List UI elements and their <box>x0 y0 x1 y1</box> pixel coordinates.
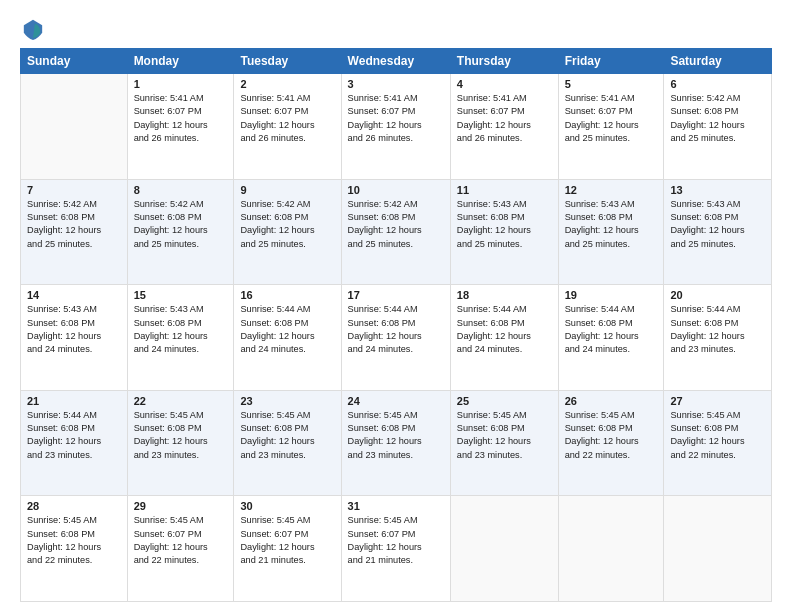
week-row-5: 28Sunrise: 5:45 AM Sunset: 6:08 PM Dayli… <box>21 496 772 602</box>
day-number: 30 <box>240 500 334 512</box>
calendar-cell <box>21 74 128 180</box>
day-info: Sunrise: 5:44 AM Sunset: 6:08 PM Dayligh… <box>240 303 334 356</box>
day-number: 23 <box>240 395 334 407</box>
day-number: 17 <box>348 289 444 301</box>
day-info: Sunrise: 5:45 AM Sunset: 6:08 PM Dayligh… <box>565 409 658 462</box>
calendar-cell: 1Sunrise: 5:41 AM Sunset: 6:07 PM Daylig… <box>127 74 234 180</box>
day-number: 1 <box>134 78 228 90</box>
day-number: 27 <box>670 395 765 407</box>
calendar-cell: 26Sunrise: 5:45 AM Sunset: 6:08 PM Dayli… <box>558 390 664 496</box>
day-info: Sunrise: 5:43 AM Sunset: 6:08 PM Dayligh… <box>457 198 552 251</box>
calendar-cell: 25Sunrise: 5:45 AM Sunset: 6:08 PM Dayli… <box>450 390 558 496</box>
calendar-cell: 23Sunrise: 5:45 AM Sunset: 6:08 PM Dayli… <box>234 390 341 496</box>
day-info: Sunrise: 5:45 AM Sunset: 6:08 PM Dayligh… <box>457 409 552 462</box>
calendar-cell <box>450 496 558 602</box>
calendar-cell: 19Sunrise: 5:44 AM Sunset: 6:08 PM Dayli… <box>558 285 664 391</box>
day-number: 24 <box>348 395 444 407</box>
day-info: Sunrise: 5:41 AM Sunset: 6:07 PM Dayligh… <box>348 92 444 145</box>
calendar-cell: 28Sunrise: 5:45 AM Sunset: 6:08 PM Dayli… <box>21 496 128 602</box>
calendar-cell: 17Sunrise: 5:44 AM Sunset: 6:08 PM Dayli… <box>341 285 450 391</box>
calendar-cell: 6Sunrise: 5:42 AM Sunset: 6:08 PM Daylig… <box>664 74 772 180</box>
calendar-cell: 22Sunrise: 5:45 AM Sunset: 6:08 PM Dayli… <box>127 390 234 496</box>
calendar-cell: 5Sunrise: 5:41 AM Sunset: 6:07 PM Daylig… <box>558 74 664 180</box>
day-info: Sunrise: 5:43 AM Sunset: 6:08 PM Dayligh… <box>565 198 658 251</box>
week-row-4: 21Sunrise: 5:44 AM Sunset: 6:08 PM Dayli… <box>21 390 772 496</box>
calendar-cell: 8Sunrise: 5:42 AM Sunset: 6:08 PM Daylig… <box>127 179 234 285</box>
day-number: 12 <box>565 184 658 196</box>
header <box>20 18 772 40</box>
day-info: Sunrise: 5:42 AM Sunset: 6:08 PM Dayligh… <box>348 198 444 251</box>
day-number: 8 <box>134 184 228 196</box>
calendar-cell: 2Sunrise: 5:41 AM Sunset: 6:07 PM Daylig… <box>234 74 341 180</box>
calendar-cell <box>558 496 664 602</box>
day-number: 18 <box>457 289 552 301</box>
day-number: 11 <box>457 184 552 196</box>
logo-icon <box>22 18 44 40</box>
day-number: 2 <box>240 78 334 90</box>
calendar-cell: 12Sunrise: 5:43 AM Sunset: 6:08 PM Dayli… <box>558 179 664 285</box>
calendar-cell: 16Sunrise: 5:44 AM Sunset: 6:08 PM Dayli… <box>234 285 341 391</box>
day-info: Sunrise: 5:44 AM Sunset: 6:08 PM Dayligh… <box>670 303 765 356</box>
day-info: Sunrise: 5:43 AM Sunset: 6:08 PM Dayligh… <box>134 303 228 356</box>
weekday-header-tuesday: Tuesday <box>234 49 341 74</box>
day-number: 14 <box>27 289 121 301</box>
weekday-header-saturday: Saturday <box>664 49 772 74</box>
calendar-cell: 14Sunrise: 5:43 AM Sunset: 6:08 PM Dayli… <box>21 285 128 391</box>
day-number: 26 <box>565 395 658 407</box>
calendar-cell: 24Sunrise: 5:45 AM Sunset: 6:08 PM Dayli… <box>341 390 450 496</box>
day-info: Sunrise: 5:44 AM Sunset: 6:08 PM Dayligh… <box>348 303 444 356</box>
weekday-header-wednesday: Wednesday <box>341 49 450 74</box>
day-info: Sunrise: 5:45 AM Sunset: 6:07 PM Dayligh… <box>240 514 334 567</box>
day-info: Sunrise: 5:43 AM Sunset: 6:08 PM Dayligh… <box>27 303 121 356</box>
day-info: Sunrise: 5:45 AM Sunset: 6:08 PM Dayligh… <box>348 409 444 462</box>
calendar-cell: 9Sunrise: 5:42 AM Sunset: 6:08 PM Daylig… <box>234 179 341 285</box>
calendar-page: SundayMondayTuesdayWednesdayThursdayFrid… <box>0 0 792 612</box>
calendar-cell: 15Sunrise: 5:43 AM Sunset: 6:08 PM Dayli… <box>127 285 234 391</box>
day-info: Sunrise: 5:41 AM Sunset: 6:07 PM Dayligh… <box>134 92 228 145</box>
calendar-cell: 4Sunrise: 5:41 AM Sunset: 6:07 PM Daylig… <box>450 74 558 180</box>
logo <box>20 18 44 40</box>
day-info: Sunrise: 5:41 AM Sunset: 6:07 PM Dayligh… <box>565 92 658 145</box>
calendar-cell: 21Sunrise: 5:44 AM Sunset: 6:08 PM Dayli… <box>21 390 128 496</box>
calendar-cell: 13Sunrise: 5:43 AM Sunset: 6:08 PM Dayli… <box>664 179 772 285</box>
day-info: Sunrise: 5:42 AM Sunset: 6:08 PM Dayligh… <box>670 92 765 145</box>
day-info: Sunrise: 5:44 AM Sunset: 6:08 PM Dayligh… <box>565 303 658 356</box>
day-info: Sunrise: 5:41 AM Sunset: 6:07 PM Dayligh… <box>457 92 552 145</box>
day-number: 21 <box>27 395 121 407</box>
day-number: 13 <box>670 184 765 196</box>
calendar-table: SundayMondayTuesdayWednesdayThursdayFrid… <box>20 48 772 602</box>
calendar-cell: 27Sunrise: 5:45 AM Sunset: 6:08 PM Dayli… <box>664 390 772 496</box>
day-number: 7 <box>27 184 121 196</box>
calendar-cell: 11Sunrise: 5:43 AM Sunset: 6:08 PM Dayli… <box>450 179 558 285</box>
day-info: Sunrise: 5:44 AM Sunset: 6:08 PM Dayligh… <box>27 409 121 462</box>
day-info: Sunrise: 5:42 AM Sunset: 6:08 PM Dayligh… <box>240 198 334 251</box>
day-number: 20 <box>670 289 765 301</box>
day-info: Sunrise: 5:41 AM Sunset: 6:07 PM Dayligh… <box>240 92 334 145</box>
week-row-2: 7Sunrise: 5:42 AM Sunset: 6:08 PM Daylig… <box>21 179 772 285</box>
weekday-header-friday: Friday <box>558 49 664 74</box>
day-info: Sunrise: 5:45 AM Sunset: 6:08 PM Dayligh… <box>240 409 334 462</box>
day-number: 16 <box>240 289 334 301</box>
calendar-cell: 10Sunrise: 5:42 AM Sunset: 6:08 PM Dayli… <box>341 179 450 285</box>
calendar-cell: 31Sunrise: 5:45 AM Sunset: 6:07 PM Dayli… <box>341 496 450 602</box>
calendar-cell: 20Sunrise: 5:44 AM Sunset: 6:08 PM Dayli… <box>664 285 772 391</box>
day-info: Sunrise: 5:45 AM Sunset: 6:08 PM Dayligh… <box>134 409 228 462</box>
calendar-cell <box>664 496 772 602</box>
day-number: 25 <box>457 395 552 407</box>
week-row-1: 1Sunrise: 5:41 AM Sunset: 6:07 PM Daylig… <box>21 74 772 180</box>
calendar-cell: 18Sunrise: 5:44 AM Sunset: 6:08 PM Dayli… <box>450 285 558 391</box>
day-number: 3 <box>348 78 444 90</box>
calendar-cell: 29Sunrise: 5:45 AM Sunset: 6:07 PM Dayli… <box>127 496 234 602</box>
day-info: Sunrise: 5:42 AM Sunset: 6:08 PM Dayligh… <box>27 198 121 251</box>
weekday-header-row: SundayMondayTuesdayWednesdayThursdayFrid… <box>21 49 772 74</box>
day-number: 4 <box>457 78 552 90</box>
day-number: 28 <box>27 500 121 512</box>
day-info: Sunrise: 5:45 AM Sunset: 6:07 PM Dayligh… <box>348 514 444 567</box>
day-number: 19 <box>565 289 658 301</box>
day-number: 15 <box>134 289 228 301</box>
day-number: 9 <box>240 184 334 196</box>
day-number: 6 <box>670 78 765 90</box>
day-info: Sunrise: 5:43 AM Sunset: 6:08 PM Dayligh… <box>670 198 765 251</box>
day-number: 10 <box>348 184 444 196</box>
weekday-header-sunday: Sunday <box>21 49 128 74</box>
